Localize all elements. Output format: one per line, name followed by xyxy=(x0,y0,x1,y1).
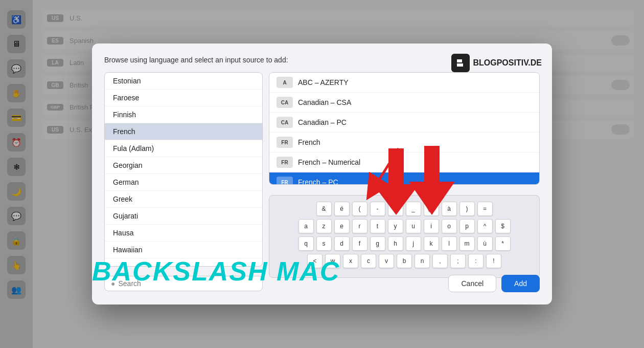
kb-key-exclaim: ! xyxy=(486,254,501,268)
kb-key-c: c xyxy=(361,254,376,268)
language-list[interactable]: Estonian Faroese Finnish French Fula (Ad… xyxy=(104,72,263,267)
add-input-source-dialog: BLOGPOSITIV.DE Browse using language and… xyxy=(92,44,552,304)
kb-key-u: u xyxy=(406,219,421,233)
search-input[interactable] xyxy=(118,279,256,288)
kb-key-v: v xyxy=(379,254,394,268)
input-canadian-pc[interactable]: CA Canadian – PC xyxy=(269,113,539,133)
kb-row-2: a z e r t y u i o p ^ $ xyxy=(275,219,533,233)
lang-estonian[interactable]: Estonian xyxy=(105,73,262,90)
button-group: Cancel Add xyxy=(448,275,540,292)
lang-gujarati[interactable]: Gujarati xyxy=(105,208,262,225)
kb-key-b: b xyxy=(397,254,412,268)
label-canadian-pc: Canadian – PC xyxy=(298,118,347,126)
kb-key-a: a xyxy=(298,219,314,233)
kb-key-dash: - xyxy=(370,202,385,216)
lang-german[interactable]: German xyxy=(105,174,262,191)
lang-faroese[interactable]: Faroese xyxy=(105,90,262,106)
kb-row-1: & é ( - è _ ç à ) = xyxy=(275,202,533,216)
label-abc-azerty: ABC – AZERTY xyxy=(298,78,349,86)
input-canadian-csa[interactable]: CA Canadian – CSA xyxy=(269,93,539,113)
kb-key-open-paren: ( xyxy=(352,202,367,216)
label-canadian-csa: Canadian – CSA xyxy=(298,98,351,106)
kb-key-e-acute: é xyxy=(334,202,350,216)
label-french-pc: French – PC xyxy=(298,178,338,185)
add-button[interactable]: Add xyxy=(501,275,540,292)
label-french: French xyxy=(298,138,320,146)
kb-key-h: h xyxy=(388,236,403,251)
label-french-numerical: French – Numerical xyxy=(298,158,360,166)
kb-key-j: j xyxy=(406,236,421,251)
kb-key-p: p xyxy=(459,219,475,233)
input-abc-azerty[interactable]: A ABC – AZERTY xyxy=(269,73,539,93)
kb-row-4: < w x c v b n , ; : ! xyxy=(275,254,533,268)
kb-key-y: y xyxy=(388,219,403,233)
kb-key-equals: = xyxy=(477,202,493,216)
input-french-numerical[interactable]: FR French – Numerical xyxy=(269,153,539,172)
keyboard-preview: & é ( - è _ ç à ) = a z e xyxy=(269,195,540,278)
cancel-button[interactable]: Cancel xyxy=(448,275,496,292)
kb-key-close-paren: ) xyxy=(459,202,475,216)
kb-row-3: q s d f g h j k l m ù * xyxy=(275,236,533,251)
kb-key-r: r xyxy=(352,219,367,233)
kb-key-g: g xyxy=(370,236,385,251)
lang-greek[interactable]: Greek xyxy=(105,191,262,208)
badge-abc: A xyxy=(277,77,293,88)
kb-key-u-grave: ù xyxy=(477,236,493,251)
kb-key-caret: ^ xyxy=(477,219,493,233)
kb-key-d: d xyxy=(334,236,350,251)
kb-key-e: e xyxy=(334,219,350,233)
kb-key-semicolon: ; xyxy=(450,254,466,268)
kb-key-k: k xyxy=(424,236,439,251)
input-french-pc[interactable]: FR French – PC xyxy=(269,172,539,185)
kb-key-asterisk: * xyxy=(495,236,511,251)
kb-key-l: l xyxy=(442,236,457,251)
badge-canadian-pc: CA xyxy=(277,117,293,128)
kb-key-i: i xyxy=(424,219,439,233)
kb-key-c-cedilla: ç xyxy=(424,202,439,216)
search-icon: ● xyxy=(111,279,115,288)
lang-finnish[interactable]: Finnish xyxy=(105,106,262,123)
kb-key-m: m xyxy=(459,236,475,251)
kb-key-lt: < xyxy=(307,254,323,268)
input-french[interactable]: FR French xyxy=(269,133,539,153)
kb-key-a-grave: à xyxy=(442,202,457,216)
badge-french-numerical: FR xyxy=(277,157,293,168)
kb-key-z: z xyxy=(316,219,332,233)
input-source-list[interactable]: A ABC – AZERTY CA Canadian – CSA CA Cana… xyxy=(269,72,540,185)
kb-key-dollar: $ xyxy=(495,219,511,233)
blogpositiv-logo: BLOGPOSITIV.DE xyxy=(451,54,542,72)
kb-key-q: q xyxy=(298,236,314,251)
logo-text: BLOGPOSITIV.DE xyxy=(473,58,542,68)
kb-key-amp: & xyxy=(316,202,332,216)
kb-key-x: x xyxy=(343,254,358,268)
kb-key-s: s xyxy=(316,236,332,251)
kb-key-t: t xyxy=(370,219,385,233)
search-bar[interactable]: ● xyxy=(104,276,263,291)
lang-hausa[interactable]: Hausa xyxy=(105,225,262,242)
kb-key-f: f xyxy=(352,236,367,251)
badge-canadian-csa: CA xyxy=(277,97,293,108)
lang-hawaiian[interactable]: Hawaiian xyxy=(105,242,262,258)
logo-icon xyxy=(451,54,470,72)
lang-fula[interactable]: Fula (Adlam) xyxy=(105,140,262,157)
kb-key-comma: , xyxy=(432,254,448,268)
lang-georgian[interactable]: Georgian xyxy=(105,157,262,174)
dialog-body: Estonian Faroese Finnish French Fula (Ad… xyxy=(104,72,540,267)
badge-french: FR xyxy=(277,137,293,148)
kb-key-w: w xyxy=(325,254,340,268)
kb-key-colon: : xyxy=(468,254,484,268)
lang-french[interactable]: French xyxy=(105,123,262,140)
modal-overlay: BLOGPOSITIV.DE Browse using language and… xyxy=(0,0,644,348)
kb-key-o: o xyxy=(442,219,457,233)
kb-key-n: n xyxy=(415,254,430,268)
kb-key-e-grave: è xyxy=(388,202,403,216)
kb-key-underscore: _ xyxy=(406,202,421,216)
badge-french-pc: FR xyxy=(277,177,293,185)
